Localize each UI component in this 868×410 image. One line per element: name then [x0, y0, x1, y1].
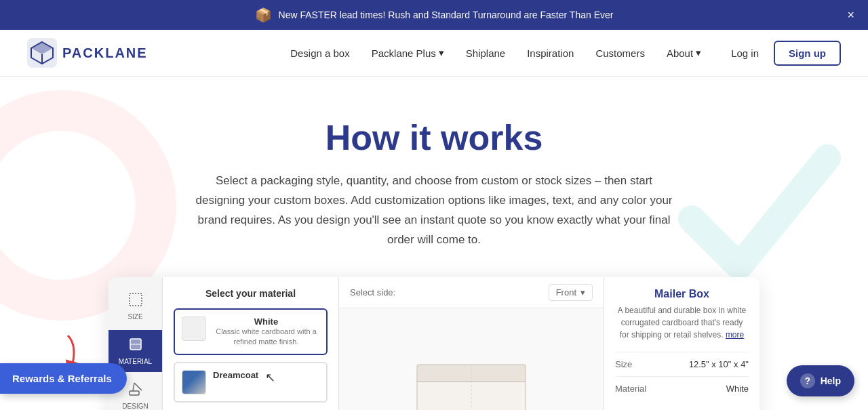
sidebar-item-size[interactable]: SIZE: [108, 285, 162, 327]
rewards-referrals-button[interactable]: Rewards & Referrals: [0, 363, 127, 394]
hero-section: How it works Select a packaging style, q…: [0, 77, 868, 410]
package-icon: 📦: [255, 7, 272, 23]
nav-item-packlane-plus[interactable]: Packlane Plus ▾: [362, 41, 454, 64]
chevron-down-icon: ▾: [439, 47, 444, 59]
announcement-banner: 📦 New FASTER lead times! Rush and Standa…: [0, 0, 868, 30]
svg-line-8: [134, 383, 142, 390]
nav-links: Design a box Packlane Plus ▾ Shiplane In…: [281, 41, 711, 64]
nav-item-design-a-box[interactable]: Design a box: [281, 42, 359, 64]
preview-header: Select side: Front ▾: [339, 277, 604, 308]
logo-link[interactable]: PACKLANE: [27, 38, 148, 68]
hero-description: Select a packaging style, quantity, and …: [190, 171, 678, 250]
size-icon: [128, 292, 143, 310]
chevron-down-icon: ▾: [580, 287, 585, 298]
dreamcoat-swatch: [182, 370, 206, 394]
logo-icon: [27, 38, 57, 68]
spec-value-size: 12.5" x 10" x 4": [689, 359, 749, 369]
cursor-icon: ↖: [265, 370, 275, 385]
sidebar-label-size: SIZE: [127, 313, 142, 321]
help-icon: ?: [800, 373, 815, 388]
demo-card: SIZE MATERIAL DESIGN Selec: [108, 277, 760, 410]
material-info-dreamcoat: Dreamcoat: [213, 370, 258, 380]
spec-value-material: White: [726, 384, 749, 394]
material-option-white[interactable]: White Classic white cardboard with a ref…: [174, 308, 328, 356]
spec-row-size: Size 12.5" x 10" x 4": [615, 352, 749, 376]
box-description: A beautiful and durable box in white cor…: [615, 304, 749, 341]
spec-label-size: Size: [615, 359, 632, 369]
banner-text: New FASTER lead times! Rush and Standard…: [279, 9, 614, 20]
spec-row-material: Material White: [615, 376, 749, 401]
box-name: Mailer Box: [615, 288, 749, 300]
svg-rect-7: [130, 391, 139, 395]
side-value: Front: [556, 287, 576, 298]
chevron-down-icon: ▾: [696, 47, 701, 59]
logo-text: PACKLANE: [62, 45, 148, 61]
preview-body: [339, 308, 604, 410]
sidebar-label-material: MATERIAL: [119, 358, 152, 365]
material-name-dreamcoat: Dreamcoat: [213, 370, 258, 380]
box-preview-illustration: [403, 344, 539, 410]
nav-item-shiplane[interactable]: Shiplane: [456, 42, 515, 64]
material-icon: [128, 337, 143, 355]
banner-close-button[interactable]: ×: [847, 8, 854, 22]
material-info-white: White Classic white cardboard with a ref…: [213, 316, 319, 348]
demo-material-panel: Select your material White Classic white…: [163, 277, 339, 410]
nav-item-customers[interactable]: Customers: [586, 42, 654, 64]
side-selector[interactable]: Front ▾: [549, 284, 593, 301]
signup-button[interactable]: Sign up: [774, 41, 841, 66]
demo-preview: Select side: Front ▾: [339, 277, 604, 410]
sidebar-label-design: DESIGN: [122, 403, 148, 410]
design-icon: [128, 382, 143, 400]
svg-rect-4: [130, 293, 142, 306]
material-option-dreamcoat[interactable]: Dreamcoat ↖: [174, 362, 328, 403]
more-link[interactable]: more: [726, 330, 744, 340]
demo-right-panel: Mailer Box A beautiful and durable box i…: [604, 277, 760, 410]
select-side-label: Select side:: [350, 287, 395, 298]
navbar: PACKLANE Design a box Packlane Plus ▾ Sh…: [0, 30, 868, 77]
login-button[interactable]: Log in: [722, 42, 768, 64]
svg-line-9: [133, 383, 134, 391]
material-name-white: White: [213, 316, 319, 327]
white-swatch: [182, 316, 206, 341]
nav-auth: Log in Sign up: [722, 41, 841, 66]
nav-item-inspiration[interactable]: Inspiration: [517, 42, 583, 64]
help-label: Help: [821, 375, 841, 386]
spec-label-material: Material: [615, 384, 646, 394]
material-desc-white: Classic white cardboard with a refined m…: [213, 327, 319, 348]
nav-item-about[interactable]: About ▾: [657, 41, 711, 64]
help-button[interactable]: ? Help: [787, 365, 854, 396]
hero-title: How it works: [27, 117, 841, 158]
material-heading: Select your material: [174, 288, 328, 299]
